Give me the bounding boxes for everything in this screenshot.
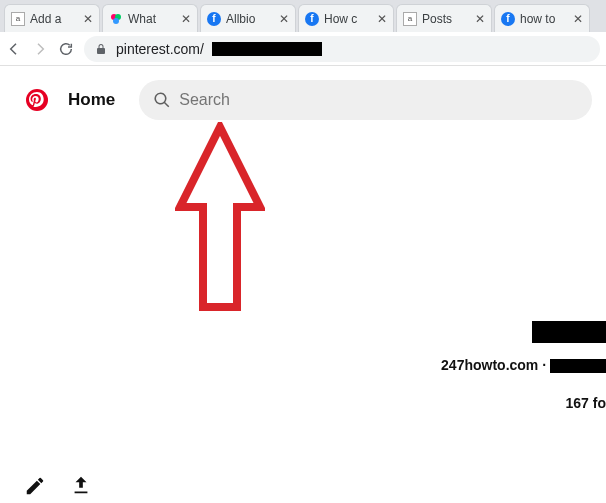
url-bar[interactable]: pinterest.com/: [84, 36, 600, 62]
tab-title: What: [128, 12, 177, 26]
tab-title: Add a: [30, 12, 79, 26]
facebook-favicon: f: [305, 12, 319, 26]
reload-icon[interactable]: [58, 41, 74, 57]
annotation-arrow-icon: [175, 122, 265, 332]
edit-icon[interactable]: [24, 475, 46, 497]
profile-name-redacted: [532, 321, 606, 343]
close-tab-icon[interactable]: ✕: [377, 12, 387, 26]
facebook-favicon: f: [207, 12, 221, 26]
page-content: Home 247howto.com · 167 fo: [0, 66, 606, 503]
tab-5[interactable]: f how to ✕: [494, 4, 590, 32]
forward-icon[interactable]: [32, 41, 48, 57]
search-input[interactable]: [179, 91, 578, 109]
upload-icon[interactable]: [70, 475, 92, 497]
facebook-favicon: f: [501, 12, 515, 26]
back-icon[interactable]: [6, 41, 22, 57]
close-tab-icon[interactable]: ✕: [573, 12, 583, 26]
tab-2[interactable]: f Allbio ✕: [200, 4, 296, 32]
lock-icon: [94, 42, 108, 56]
close-tab-icon[interactable]: ✕: [279, 12, 289, 26]
url-redacted: [212, 42, 322, 56]
tab-title: Posts: [422, 12, 471, 26]
follower-count: 167 fo: [441, 395, 606, 411]
profile-actions: [24, 475, 92, 497]
browser-toolbar: pinterest.com/: [0, 32, 606, 66]
site-favicon-4: a: [403, 12, 417, 26]
tab-4[interactable]: a Posts ✕: [396, 4, 492, 32]
profile-separator: ·: [538, 357, 550, 373]
close-tab-icon[interactable]: ✕: [181, 12, 191, 26]
site-favicon-0: a: [11, 12, 25, 26]
site-favicon-1: [109, 12, 123, 26]
search-icon: [153, 91, 171, 109]
tab-3[interactable]: f How c ✕: [298, 4, 394, 32]
url-text: pinterest.com/: [116, 41, 204, 57]
pinterest-topbar: Home: [0, 66, 606, 120]
tab-title: How c: [324, 12, 373, 26]
profile-redacted: [550, 359, 606, 373]
tab-title: how to: [520, 12, 569, 26]
close-tab-icon[interactable]: ✕: [475, 12, 485, 26]
tab-title: Allbio: [226, 12, 275, 26]
tab-0[interactable]: a Add a ✕: [4, 4, 100, 32]
profile-domain[interactable]: 247howto.com: [441, 357, 538, 373]
close-tab-icon[interactable]: ✕: [83, 12, 93, 26]
search-box[interactable]: [139, 80, 592, 120]
tab-1[interactable]: What ✕: [102, 4, 198, 32]
profile-section: 247howto.com · 167 fo: [441, 321, 606, 411]
home-link[interactable]: Home: [68, 90, 115, 110]
pinterest-logo-icon[interactable]: [24, 87, 50, 113]
svg-point-2: [113, 18, 119, 24]
browser-tabstrip: a Add a ✕ What ✕ f Allbio ✕ f How c ✕ a …: [0, 0, 606, 32]
